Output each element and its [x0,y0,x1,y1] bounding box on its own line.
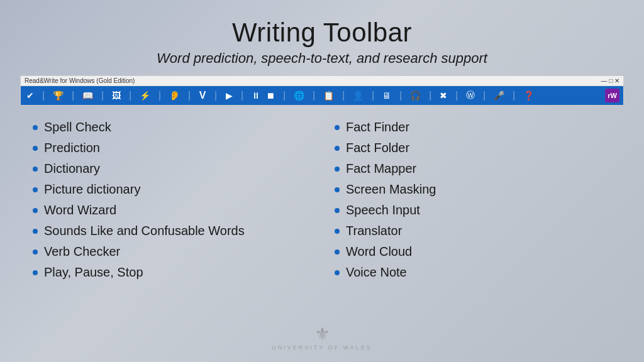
list-item: Fact Folder [335,138,611,158]
v-icon[interactable]: V [197,89,208,102]
bullet-dot [335,250,340,255]
toolbar-window-controls: — □ ✕ [601,77,619,84]
help-icon[interactable]: ❓ [521,89,536,102]
list-item: Fact Finder [335,117,611,138]
bullet-dot [33,187,38,192]
sep17: | [508,89,519,102]
list-item: Translator [335,221,611,241]
x-icon[interactable]: ✖ [438,89,449,102]
sep12: | [367,89,379,102]
clipboard-icon[interactable]: 📋 [321,89,336,102]
bullet-dot [33,146,38,151]
w-circle-icon[interactable]: Ⓦ [464,89,477,102]
toolbar-title-text: Read&Write for Windows (Gold Edition) [25,77,135,84]
globe-icon[interactable]: 🌐 [292,89,306,102]
list-item: Sounds Like and Confusable Words [33,221,309,241]
sep1: | [38,89,49,102]
rw-badge[interactable]: rW [605,89,619,102]
headphone-icon[interactable]: 🎧 [408,89,423,102]
toolbar-wrapper: Read&Write for Windows (Gold Edition) — … [20,75,624,106]
pause-icon[interactable]: ⏸ [250,89,262,102]
sep11: | [338,89,349,102]
play-icon[interactable]: ▶ [223,89,235,102]
right-column: Fact Finder Fact Folder Fact Mapper Scre… [322,117,624,356]
user-icon[interactable]: 👤 [351,89,365,102]
watermark: ⚜ UNIVERSITY OF WALES [272,324,372,351]
sep5: | [154,89,165,102]
sep6: | [184,89,195,102]
bullet-dot [33,270,38,275]
book-icon[interactable]: 📖 [80,89,95,102]
check-icon[interactable]: ✔ [25,89,36,102]
ear-icon[interactable]: 👂 [167,89,182,102]
sep16: | [479,89,490,102]
list-item: Dictionary [33,158,309,179]
right-bullet-list: Fact Finder Fact Folder Fact Mapper Scre… [335,117,611,283]
list-item: Word Wizard [33,200,309,221]
trophy-icon[interactable]: 🏆 [51,89,65,102]
bullet-dot [33,125,38,130]
sep14: | [425,89,436,102]
sep8: | [236,89,248,102]
bullet-dot [33,250,38,255]
sep9: | [279,89,290,102]
list-item: Prediction [33,138,309,158]
bullet-dot [335,125,340,130]
sep7: | [210,89,221,102]
bullet-dot [33,208,38,213]
sep13: | [395,89,406,102]
sep15: | [451,89,462,102]
list-item: Picture dictionary [33,179,309,200]
image-icon[interactable]: 🖼 [110,89,123,102]
list-item: Voice Note [335,262,611,283]
list-item: Screen Masking [335,179,611,200]
bullet-dot [335,167,340,172]
bullet-dot [335,187,340,192]
university-name: UNIVERSITY OF WALES [272,344,372,351]
left-column: Spell Check Prediction Dictionary Pictur… [20,117,322,356]
bullet-dot [335,270,340,275]
list-item: Word Cloud [335,241,611,262]
bullet-dot [335,146,340,151]
list-item: Play, Pause, Stop [33,262,309,283]
page-subtitle: Word prediction, speech-to-text, and res… [157,50,487,67]
monitor-icon[interactable]: 🖥 [380,89,393,102]
sep3: | [97,89,108,102]
list-item: Speech Input [335,200,611,221]
bullet-dot [33,229,38,234]
bullet-dot [33,167,38,172]
content-area: Spell Check Prediction Dictionary Pictur… [20,117,624,356]
sep10: | [308,89,319,102]
stop-icon[interactable]: ⏹ [264,89,277,102]
list-item: Fact Mapper [335,158,611,179]
toolbar-bar: ✔ | 🏆 | 📖 | 🖼 | ⚡ | 👂 | V | ▶ | ⏸ ⏹ | 🌐 … [21,86,623,105]
university-logo: ⚜ [272,324,372,344]
toolbar-titlebar: Read&Write for Windows (Gold Edition) — … [21,76,623,86]
page-title: Writing Toolbar [232,18,412,48]
slide-container: Writing Toolbar Word prediction, speech-… [0,0,644,362]
list-item: Spell Check [33,117,309,138]
sep2: | [67,89,79,102]
bullet-dot [335,229,340,234]
sep4: | [125,89,136,102]
left-bullet-list: Spell Check Prediction Dictionary Pictur… [33,117,309,283]
mic-icon[interactable]: 🎤 [492,89,506,102]
bullet-dot [335,208,340,213]
list-item: Verb Checker [33,241,309,262]
lightning-icon[interactable]: ⚡ [138,89,152,102]
